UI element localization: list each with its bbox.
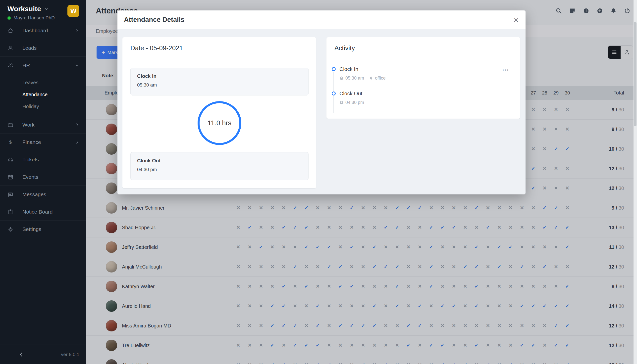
sidebar-item-attendance[interactable]: Attendance [0, 88, 86, 100]
sidebar-item-dashboard[interactable]: Dashboard [0, 22, 86, 39]
svg-text:$: $ [9, 140, 12, 144]
dollar-icon: $ [8, 139, 14, 145]
activity-event: Clock Out04:30 pm [340, 90, 364, 105]
clock-in-box: Clock In 05:30 am [130, 68, 308, 96]
chevron-right-icon [75, 28, 79, 33]
headset-icon [8, 157, 14, 162]
sidebar-item-label: Work [23, 122, 35, 128]
sidebar-item-tickets[interactable]: Tickets [0, 151, 86, 168]
sidebar-item-hr[interactable]: HR [0, 57, 86, 74]
activity-event-label: Clock In [340, 66, 386, 72]
app-root: Worksuite Mayra Hansen PhD W DashboardLe… [0, 0, 637, 364]
total-hours-circle: 11.0 hrs [198, 101, 241, 145]
user-menu[interactable]: Mayra Hansen PhD [8, 15, 55, 21]
app-logo[interactable]: W [68, 5, 79, 17]
clipboard-icon [8, 209, 14, 215]
chevron-right-icon [75, 140, 79, 144]
timeline-marker-icon [332, 92, 336, 96]
home-icon [8, 28, 14, 34]
attendance-details-modal: Attendance Details × Date - 05-09-2021 C… [117, 10, 525, 194]
clock-out-label: Clock Out [137, 158, 302, 164]
sidebar-item-leads[interactable]: Leads [0, 39, 86, 57]
location-pin-icon [369, 76, 373, 80]
clock-out-time: 04:30 pm [137, 167, 302, 172]
sidebar-item-leaves[interactable]: Leaves [0, 76, 86, 88]
event-time: 04:30 pm [340, 100, 364, 105]
sidebar-item-settings[interactable]: Settings [0, 220, 86, 238]
activity-event-label: Clock Out [340, 90, 364, 96]
sidebar-item-label: Settings [23, 226, 41, 232]
calendar-icon [8, 174, 14, 180]
briefcase-icon [8, 122, 14, 128]
sidebar-item-label: Finance [23, 139, 41, 145]
app-version: ver 5.0.1 [61, 352, 79, 357]
date-title: Date - 05-09-2021 [130, 44, 183, 52]
modal-title: Attendance Details [124, 16, 514, 24]
sidebar-item-label: Leads [23, 45, 37, 51]
users-icon [8, 62, 14, 68]
sidebar-item-finance[interactable]: $Finance [0, 134, 86, 151]
chevron-right-icon [75, 122, 79, 127]
activity-card: Activity Clock In05:30 amofficeClock Out… [327, 37, 520, 118]
close-icon[interactable]: × [514, 16, 519, 24]
user-name: Mayra Hansen PhD [14, 15, 55, 21]
clock-icon [340, 100, 344, 105]
sidebar-submenu: LeavesAttendanceHoliday [0, 74, 86, 116]
app-title: Worksuite [8, 5, 41, 13]
workspace-switcher[interactable]: Worksuite [8, 5, 55, 13]
sidebar-item-work[interactable]: Work [0, 116, 86, 134]
chat-icon [8, 192, 14, 198]
sidebar: Worksuite Mayra Hansen PhD W DashboardLe… [0, 0, 86, 364]
scrollbar[interactable] [633, 0, 637, 364]
activity-event: Clock In05:30 amoffice [340, 66, 386, 81]
sidebar-item-label: Events [23, 174, 38, 180]
timeline-marker-icon [332, 67, 336, 71]
sidebar-collapse-button[interactable] [19, 352, 24, 357]
user-icon [8, 45, 14, 51]
clock-out-box: Clock Out 04:30 pm [130, 152, 308, 180]
date-card: Date - 05-09-2021 Clock In 05:30 am 11.0… [122, 37, 316, 188]
sidebar-footer: ver 5.0.1 [0, 344, 86, 364]
sidebar-item-events[interactable]: Events [0, 168, 86, 186]
sidebar-item-label: Tickets [23, 157, 39, 162]
sidebar-item-label: Messages [23, 192, 46, 198]
clock-in-label: Clock In [137, 73, 302, 79]
sidebar-header: Worksuite Mayra Hansen PhD W [0, 0, 86, 22]
sidebar-item-label: HR [23, 62, 30, 68]
modal-header: Attendance Details × [117, 10, 525, 29]
chevron-down-icon [75, 63, 79, 68]
sidebar-nav: DashboardLeadsHRLeavesAttendanceHolidayW… [0, 22, 86, 238]
more-options-icon[interactable]: ••• [502, 68, 509, 72]
sidebar-item-notice-board[interactable]: Notice Board [0, 203, 86, 220]
sidebar-item-label: Dashboard [23, 28, 48, 34]
sidebar-item-label: Notice Board [23, 209, 53, 215]
event-location: office [369, 76, 386, 81]
activity-title: Activity [335, 44, 355, 52]
chevron-down-icon [44, 6, 49, 12]
sidebar-item-messages[interactable]: Messages [0, 186, 86, 203]
scrollbar-thumb[interactable] [634, 22, 636, 126]
clock-in-time: 05:30 am [137, 82, 302, 88]
gear-icon [8, 226, 14, 232]
sidebar-item-holiday[interactable]: Holiday [0, 100, 86, 112]
total-hours: 11.0 hrs [207, 119, 231, 127]
clock-icon [340, 76, 344, 80]
online-status-dot [8, 16, 11, 20]
event-time: 05:30 am [340, 76, 364, 81]
